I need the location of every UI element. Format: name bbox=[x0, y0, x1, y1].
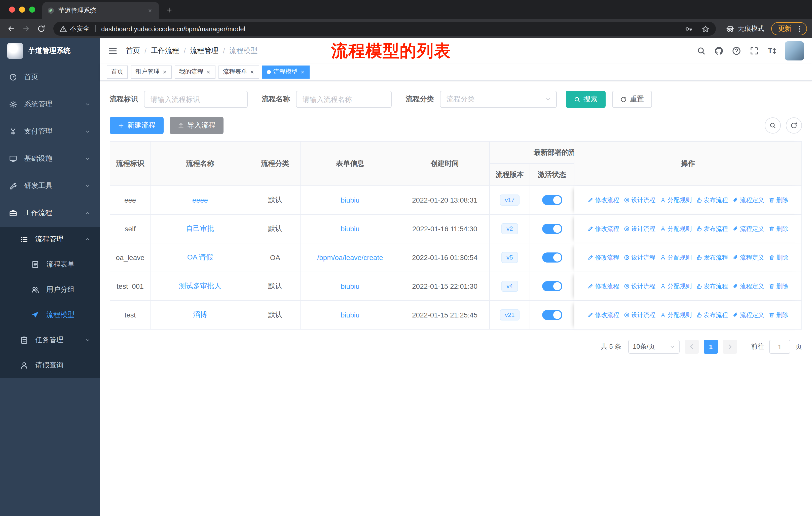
action-delete[interactable]: 删除 bbox=[769, 253, 788, 262]
action-delete[interactable]: 删除 bbox=[769, 311, 788, 319]
action-publish[interactable]: 发布流程 bbox=[696, 282, 728, 291]
sidebar-item-workflow[interactable]: 工作流程 bbox=[0, 199, 100, 227]
prev-page-button[interactable] bbox=[685, 340, 699, 354]
active-toggle[interactable] bbox=[542, 310, 562, 320]
process-name-link[interactable]: 滔博 bbox=[193, 310, 207, 319]
tab-close-icon[interactable] bbox=[146, 6, 154, 15]
action-assign-rule[interactable]: 分配规则 bbox=[660, 282, 692, 291]
page-size-select[interactable]: 10条/页 bbox=[628, 340, 679, 354]
tab-home[interactable]: 首页 bbox=[107, 65, 128, 78]
form-link[interactable]: biubiu bbox=[341, 311, 360, 319]
browser-tab[interactable]: 芋道管理系统 bbox=[42, 2, 159, 19]
sidebar-item-process-management[interactable]: 流程管理 bbox=[0, 227, 100, 252]
version-tag[interactable]: v17 bbox=[500, 194, 520, 206]
action-design[interactable]: 设计流程 bbox=[624, 282, 656, 291]
action-definition[interactable]: 流程定义 bbox=[732, 224, 764, 233]
fullscreen-icon[interactable] bbox=[750, 46, 759, 55]
version-tag[interactable]: v2 bbox=[501, 223, 518, 234]
action-assign-rule[interactable]: 分配规则 bbox=[660, 224, 692, 233]
breadcrumb-item[interactable]: 首页 bbox=[126, 46, 140, 55]
address-bar[interactable]: 不安全 dashboard.yudao.iocoder.cn/bpm/manag… bbox=[53, 22, 716, 36]
update-button[interactable]: 更新 bbox=[771, 22, 807, 35]
process-name-link[interactable]: 测试多审批人 bbox=[179, 282, 221, 290]
sidebar-item-devtools[interactable]: 研发工具 bbox=[0, 172, 100, 199]
create-process-button[interactable]: 新建流程 bbox=[110, 117, 164, 134]
process-name-input[interactable] bbox=[296, 91, 392, 108]
action-design[interactable]: 设计流程 bbox=[624, 311, 656, 319]
breadcrumb-item[interactable]: 工作流程 bbox=[151, 46, 179, 55]
action-assign-rule[interactable]: 分配规则 bbox=[660, 311, 692, 319]
form-link[interactable]: /bpm/oa/leave/create bbox=[317, 253, 383, 262]
version-tag[interactable]: v21 bbox=[500, 309, 520, 321]
tab-process-model[interactable]: 流程模型 bbox=[262, 65, 310, 78]
breadcrumb-item[interactable]: 流程管理 bbox=[190, 46, 219, 55]
close-icon[interactable] bbox=[300, 69, 305, 74]
active-toggle[interactable] bbox=[542, 224, 562, 234]
window-close-button[interactable] bbox=[9, 6, 15, 12]
window-minimize-button[interactable] bbox=[19, 6, 25, 12]
bookmark-star-icon[interactable] bbox=[701, 24, 710, 33]
action-assign-rule[interactable]: 分配规则 bbox=[660, 253, 692, 262]
action-publish[interactable]: 发布流程 bbox=[696, 196, 728, 204]
action-design[interactable]: 设计流程 bbox=[624, 253, 656, 262]
sidebar-item-process-form[interactable]: 流程表单 bbox=[0, 252, 100, 277]
reset-button[interactable]: 重置 bbox=[612, 91, 652, 108]
close-icon[interactable] bbox=[250, 69, 255, 74]
tab-process-form[interactable]: 流程表单 bbox=[219, 65, 259, 78]
action-edit[interactable]: 修改流程 bbox=[587, 196, 619, 204]
version-tag[interactable]: v5 bbox=[501, 252, 518, 263]
action-definition[interactable]: 流程定义 bbox=[732, 282, 764, 291]
action-publish[interactable]: 发布流程 bbox=[696, 311, 728, 319]
form-link[interactable]: biubiu bbox=[341, 225, 360, 233]
tab-tenant-management[interactable]: 租户管理 bbox=[131, 65, 172, 78]
action-edit[interactable]: 修改流程 bbox=[587, 282, 619, 291]
close-icon[interactable] bbox=[162, 69, 167, 74]
process-name-link[interactable]: 自己审批 bbox=[186, 224, 214, 232]
sidebar-item-task-management[interactable]: 任务管理 bbox=[0, 328, 100, 353]
active-toggle[interactable] bbox=[542, 281, 562, 291]
font-size-icon[interactable]: T bbox=[767, 46, 776, 55]
page-number-button[interactable]: 1 bbox=[704, 340, 718, 354]
form-link[interactable]: biubiu bbox=[341, 282, 360, 290]
action-definition[interactable]: 流程定义 bbox=[732, 196, 764, 204]
back-icon[interactable] bbox=[5, 23, 17, 35]
process-key-input[interactable] bbox=[144, 91, 248, 108]
close-icon[interactable] bbox=[206, 69, 211, 74]
action-definition[interactable]: 流程定义 bbox=[732, 311, 764, 319]
reload-icon[interactable] bbox=[35, 23, 47, 35]
action-publish[interactable]: 发布流程 bbox=[696, 224, 728, 233]
action-design[interactable]: 设计流程 bbox=[624, 224, 656, 233]
next-page-button[interactable] bbox=[723, 340, 737, 354]
action-assign-rule[interactable]: 分配规则 bbox=[660, 196, 692, 204]
version-tag[interactable]: v4 bbox=[501, 281, 518, 292]
sidebar-collapse-icon[interactable] bbox=[108, 46, 118, 56]
toggle-search-icon[interactable] bbox=[765, 117, 781, 134]
active-toggle[interactable] bbox=[542, 195, 562, 205]
sidebar-item-system[interactable]: 系统管理 bbox=[0, 91, 100, 118]
browser-menu-icon[interactable] bbox=[796, 25, 804, 32]
search-button[interactable]: 搜索 bbox=[566, 91, 606, 108]
github-icon[interactable] bbox=[714, 46, 723, 55]
active-toggle[interactable] bbox=[542, 252, 562, 263]
password-key-icon[interactable] bbox=[685, 24, 693, 33]
import-process-button[interactable]: 导入流程 bbox=[170, 117, 224, 134]
help-icon[interactable] bbox=[732, 46, 741, 55]
new-tab-button[interactable] bbox=[163, 4, 175, 16]
action-delete[interactable]: 删除 bbox=[769, 196, 788, 204]
process-category-select[interactable]: 流程分类 bbox=[440, 91, 557, 108]
refresh-table-icon[interactable] bbox=[786, 117, 802, 134]
action-definition[interactable]: 流程定义 bbox=[732, 253, 764, 262]
action-edit[interactable]: 修改流程 bbox=[587, 311, 619, 319]
process-name-link[interactable]: OA 请假 bbox=[187, 253, 213, 261]
action-delete[interactable]: 删除 bbox=[769, 224, 788, 233]
sidebar-item-user-group[interactable]: 用户分组 bbox=[0, 277, 100, 302]
sidebar-item-home[interactable]: 首页 bbox=[0, 63, 100, 91]
sidebar-item-leave-query[interactable]: 请假查询 bbox=[0, 353, 100, 378]
action-publish[interactable]: 发布流程 bbox=[696, 253, 728, 262]
process-name-link[interactable]: eeee bbox=[192, 196, 208, 204]
tab-my-process[interactable]: 我的流程 bbox=[175, 65, 215, 78]
action-delete[interactable]: 删除 bbox=[769, 282, 788, 291]
user-avatar[interactable] bbox=[785, 41, 804, 60]
sidebar-item-infrastructure[interactable]: 基础设施 bbox=[0, 145, 100, 172]
action-design[interactable]: 设计流程 bbox=[624, 196, 656, 204]
